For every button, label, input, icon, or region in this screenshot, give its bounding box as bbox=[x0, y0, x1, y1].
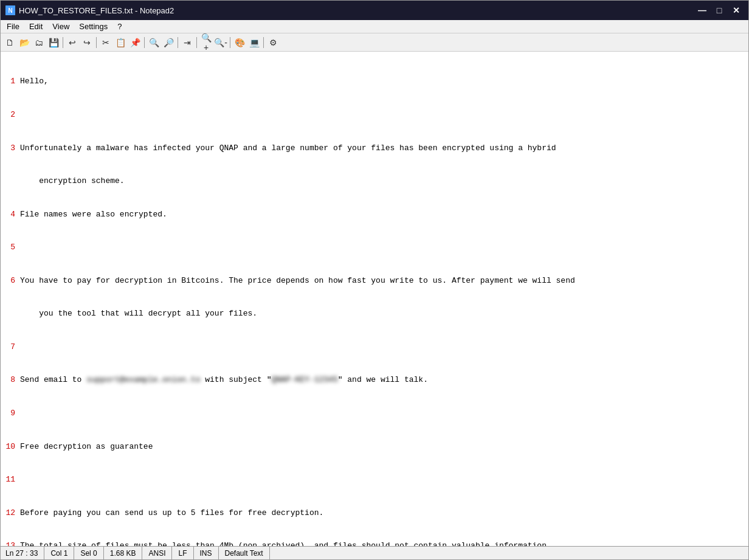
line-6: 6 You have to pay for decryption in Bitc… bbox=[1, 275, 748, 286]
toolbar-zoomout[interactable]: 🔍- bbox=[214, 36, 227, 49]
menu-view[interactable]: View bbox=[49, 21, 73, 32]
app-icon: N bbox=[5, 5, 15, 15]
toolbar-find[interactable]: 🔍 bbox=[147, 36, 160, 49]
line-text: Send email to support@example.onion.to w… bbox=[18, 375, 428, 385]
toolbar-sep-4 bbox=[178, 37, 178, 48]
toolbar-undo[interactable]: ↩ bbox=[66, 36, 79, 49]
line-11: 11 bbox=[1, 474, 748, 485]
text-content[interactable]: 1 Hello, 2 3 Unfortunately a malware has… bbox=[1, 52, 748, 546]
menu-edit[interactable]: Edit bbox=[26, 21, 46, 32]
line-number: 13 bbox=[1, 541, 18, 546]
line-number: 3 bbox=[1, 143, 18, 154]
line-number: 9 bbox=[1, 408, 18, 419]
line-5: 5 bbox=[1, 242, 748, 253]
line-text bbox=[18, 474, 25, 485]
line-3cont: encryption scheme. bbox=[1, 176, 748, 187]
status-eol: LF bbox=[172, 547, 193, 559]
line-number: 2 bbox=[1, 109, 18, 120]
line-number: 1 bbox=[1, 76, 18, 87]
line-text: Before paying you can send us up to 5 fi… bbox=[18, 508, 323, 519]
window-title: HOW_TO_RESTORE_FILES.txt - Notepad2 bbox=[19, 6, 174, 15]
title-bar: N HOW_TO_RESTORE_FILES.txt - Notepad2 — … bbox=[1, 1, 748, 20]
redacted-email: support@example.onion.to bbox=[86, 375, 200, 384]
window-controls: — □ ✕ bbox=[695, 4, 744, 16]
status-sel: Sel 0 bbox=[74, 547, 103, 559]
line-8: 8 Send email to support@example.onion.to… bbox=[1, 375, 748, 385]
toolbar-sep-3 bbox=[144, 37, 145, 48]
minimize-button[interactable]: — bbox=[695, 4, 709, 16]
menu-settings[interactable]: Settings bbox=[75, 21, 111, 32]
line-number: 7 bbox=[1, 342, 18, 353]
toolbar-copy[interactable]: 📋 bbox=[114, 36, 127, 49]
line-text: Hello, bbox=[18, 76, 49, 87]
toolbar-replace[interactable]: 🔎 bbox=[162, 36, 175, 49]
toolbar-cut[interactable]: ✂ bbox=[99, 36, 112, 49]
line-number: 5 bbox=[1, 242, 18, 253]
line-6cont: you the tool that will decrypt all your … bbox=[1, 308, 748, 319]
toolbar-new[interactable]: 🗋 bbox=[3, 36, 16, 49]
toolbar-settings[interactable]: ⚙ bbox=[266, 36, 280, 49]
line-number: 4 bbox=[1, 209, 18, 220]
toolbar-sep-6 bbox=[230, 37, 230, 48]
status-bar: Ln 27 : 33 Col 1 Sel 0 1.68 KB ANSI LF I… bbox=[1, 546, 748, 559]
status-ins: INS bbox=[194, 547, 219, 559]
line-7: 7 bbox=[1, 342, 748, 353]
toolbar-codepage[interactable]: 💻 bbox=[247, 36, 261, 49]
status-col: Col 1 bbox=[44, 547, 74, 559]
title-bar-left: N HOW_TO_RESTORE_FILES.txt - Notepad2 bbox=[5, 5, 174, 15]
line-number: 11 bbox=[1, 474, 18, 485]
line-number: 10 bbox=[1, 441, 18, 452]
toolbar-sep-5 bbox=[196, 37, 197, 48]
close-button[interactable]: ✕ bbox=[729, 4, 744, 16]
line-text: Free decryption as guarantee bbox=[18, 441, 153, 452]
toolbar-save[interactable]: 💾 bbox=[47, 36, 60, 49]
main-window: N HOW_TO_RESTORE_FILES.txt - Notepad2 — … bbox=[0, 0, 749, 560]
line-text: You have to pay for decryption in Bitcoi… bbox=[18, 275, 575, 286]
menu-help[interactable]: ? bbox=[114, 21, 125, 32]
toolbar-wordwrap[interactable]: ⇥ bbox=[181, 36, 194, 49]
line-text: The total size of files must be less tha… bbox=[18, 541, 551, 546]
status-size: 1.68 KB bbox=[104, 547, 143, 559]
status-encoding: ANSI bbox=[142, 547, 172, 559]
toolbar-browse[interactable]: 🗂 bbox=[32, 36, 46, 49]
line-text: encryption scheme. bbox=[18, 176, 125, 187]
line-2: 2 bbox=[1, 109, 748, 120]
line-3: 3 Unfortunately a malware has infected y… bbox=[1, 143, 748, 154]
line-13: 13 The total size of files must be less … bbox=[1, 541, 748, 546]
maximize-button[interactable]: □ bbox=[712, 4, 727, 16]
line-4: 4 File names were also encrypted. bbox=[1, 209, 748, 220]
toolbar-zoomin[interactable]: 🔍+ bbox=[199, 36, 213, 49]
line-text bbox=[18, 408, 25, 419]
toolbar-paste[interactable]: 📌 bbox=[128, 36, 142, 49]
line-number bbox=[1, 176, 18, 187]
toolbar-sep-2 bbox=[96, 37, 97, 48]
line-10: 10 Free decryption as guarantee bbox=[1, 441, 748, 452]
editor-area[interactable]: 1 Hello, 2 3 Unfortunately a malware has… bbox=[1, 52, 748, 546]
line-text: you the tool that will decrypt all your … bbox=[18, 308, 257, 319]
toolbar-scheme[interactable]: 🎨 bbox=[233, 36, 246, 49]
redacted-subject: QNAP-KEY-12345 bbox=[271, 375, 337, 384]
menu-file[interactable]: File bbox=[3, 21, 23, 32]
toolbar-sep-1 bbox=[63, 37, 63, 48]
line-12: 12 Before paying you can send us up to 5… bbox=[1, 508, 748, 519]
line-number: 12 bbox=[1, 508, 18, 519]
toolbar-sep-7 bbox=[263, 37, 264, 48]
line-text bbox=[18, 242, 25, 253]
line-number bbox=[1, 308, 18, 319]
line-text: File names were also encrypted. bbox=[18, 209, 167, 220]
status-font: Default Text bbox=[219, 547, 270, 559]
status-position: Ln 27 : 33 bbox=[5, 547, 44, 559]
line-text bbox=[18, 342, 25, 353]
line-number: 6 bbox=[1, 275, 18, 286]
line-number: 8 bbox=[1, 375, 18, 385]
line-1: 1 Hello, bbox=[1, 76, 748, 87]
toolbar-open[interactable]: 📂 bbox=[18, 36, 31, 49]
menu-bar: File Edit View Settings ? bbox=[1, 20, 748, 33]
line-text bbox=[18, 109, 25, 120]
toolbar-redo[interactable]: ↪ bbox=[80, 36, 94, 49]
line-text: Unfortunately a malware has infected you… bbox=[18, 143, 556, 154]
line-9: 9 bbox=[1, 408, 748, 419]
toolbar: 🗋 📂 🗂 💾 ↩ ↪ ✂ 📋 📌 🔍 🔎 ⇥ 🔍+ 🔍- 🎨 💻 ⚙ bbox=[1, 33, 748, 52]
